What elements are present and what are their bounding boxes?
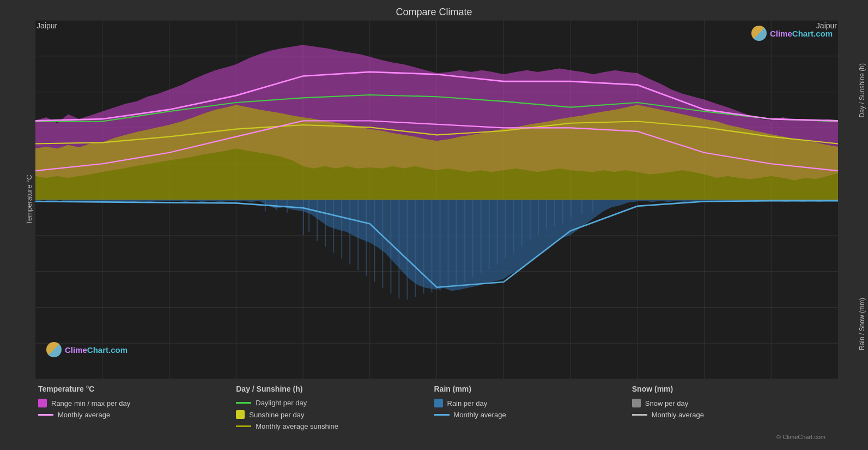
legend-snow-avg-label: Monthly average — [652, 411, 704, 419]
svg-rect-39 — [398, 200, 399, 298]
svg-rect-61 — [276, 200, 277, 210]
svg-rect-64 — [581, 200, 582, 214]
svg-rect-49 — [481, 200, 482, 273]
svg-rect-44 — [440, 200, 441, 291]
legend-rain-range-label: Rain per day — [447, 399, 488, 407]
svg-rect-28 — [308, 200, 309, 232]
snow-range-swatch — [632, 399, 641, 407]
svg-rect-48 — [472, 200, 474, 277]
svg-rect-58 — [554, 200, 555, 226]
svg-rect-41 — [415, 200, 416, 297]
legend-rain-range: Rain per day — [434, 399, 632, 407]
legend-daylight: Daylight per day — [236, 399, 434, 407]
logo-text: ClimeChart.com — [65, 345, 128, 355]
svg-rect-27 — [303, 200, 304, 235]
daylight-swatch — [236, 402, 251, 404]
svg-rect-54 — [521, 200, 523, 247]
legend-snow-avg: Monthly average — [632, 411, 830, 419]
legend-snow: Snow (mm) Snow per day Monthly average ©… — [632, 385, 830, 445]
svg-rect-42 — [423, 200, 424, 294]
legend-area: Temperature °C Range min / max per day M… — [0, 379, 868, 450]
logo-text-2: ClimeChart.com — [770, 29, 833, 38]
logo-circle-icon-2 — [751, 26, 767, 41]
svg-rect-56 — [538, 200, 539, 235]
svg-rect-65 — [592, 200, 593, 212]
sunshine-range-swatch — [236, 410, 245, 419]
temp-range-swatch — [38, 399, 47, 407]
legend-daylight-label: Daylight per day — [256, 399, 307, 407]
chart-svg: 50 40 30 20 10 0 -10 -20 -30 -40 -50 24 … — [35, 20, 838, 379]
watermark: © ClimeChart.com — [776, 434, 825, 440]
svg-rect-43 — [431, 200, 432, 292]
sunshine-avg-swatch — [236, 425, 251, 427]
legend-temp-range-label: Range min / max per day — [51, 399, 130, 407]
right-axis-bottom-label: Rain / Snow (mm) — [858, 298, 866, 350]
svg-rect-46 — [456, 200, 457, 285]
svg-rect-51 — [497, 200, 498, 265]
svg-rect-57 — [546, 200, 547, 229]
rain-range-swatch — [434, 399, 443, 407]
svg-rect-50 — [489, 200, 490, 269]
legend-temp: Temperature °C Range min / max per day M… — [38, 385, 236, 445]
svg-rect-37 — [382, 200, 383, 288]
svg-rect-55 — [530, 200, 531, 241]
svg-rect-33 — [349, 200, 350, 265]
left-axis-label: Temperature °C — [25, 175, 33, 224]
legend-sunshine: Day / Sunshine (h) Daylight per day Suns… — [236, 385, 434, 445]
page-container: Compare Climate Temperature °C Day / Sun… — [0, 0, 868, 450]
temp-avg-swatch — [38, 414, 53, 416]
legend-rain: Rain (mm) Rain per day Monthly average — [434, 385, 632, 445]
legend-temp-header: Temperature °C — [38, 385, 236, 393]
svg-rect-53 — [513, 200, 514, 253]
legend-snow-range: Snow per day — [632, 399, 830, 407]
svg-rect-45 — [448, 200, 449, 288]
legend-temp-avg-label: Monthly average — [58, 411, 110, 419]
rain-avg-swatch — [434, 414, 450, 416]
chart-title: Compare Climate — [0, 0, 868, 20]
svg-rect-34 — [357, 200, 359, 270]
svg-rect-35 — [366, 200, 367, 276]
right-axis-top-label: Day / Sunshine (h) — [858, 63, 866, 117]
logo-top-right: ClimeChart.com — [751, 26, 833, 41]
svg-rect-38 — [390, 200, 391, 294]
legend-sunshine-header: Day / Sunshine (h) — [236, 385, 434, 393]
legend-temp-range: Range min / max per day — [38, 399, 236, 407]
svg-rect-36 — [374, 200, 375, 282]
legend-snow-header: Snow (mm) — [632, 385, 830, 393]
legend-snow-range-label: Snow per day — [645, 399, 689, 407]
svg-rect-52 — [505, 200, 506, 259]
svg-rect-31 — [333, 200, 334, 253]
legend-rain-avg-label: Monthly average — [454, 411, 506, 419]
svg-rect-32 — [341, 200, 342, 259]
svg-rect-40 — [406, 200, 408, 299]
snow-avg-swatch — [632, 414, 647, 416]
svg-rect-30 — [325, 200, 326, 247]
legend-temp-avg: Monthly average — [38, 411, 236, 419]
legend-rain-header: Rain (mm) — [434, 385, 632, 393]
svg-rect-47 — [464, 200, 465, 282]
chart-frame: Jaipur Jaipur ClimeChart.com ClimeChart.… — [35, 20, 838, 379]
city-label-left: Jaipur — [37, 21, 57, 30]
legend-sunshine-range: Sunshine per day — [236, 410, 434, 419]
svg-rect-29 — [317, 200, 318, 241]
legend-sunshine-avg: Monthly average sunshine — [236, 422, 434, 430]
logo-circle-icon — [46, 342, 62, 357]
legend-sunshine-range-label: Sunshine per day — [249, 411, 304, 419]
svg-rect-59 — [562, 200, 563, 223]
legend-rain-avg: Monthly average — [434, 411, 632, 419]
legend-sunshine-avg-label: Monthly average sunshine — [256, 422, 338, 430]
logo-bottom-left: ClimeChart.com — [46, 342, 128, 357]
svg-rect-63 — [570, 200, 572, 217]
